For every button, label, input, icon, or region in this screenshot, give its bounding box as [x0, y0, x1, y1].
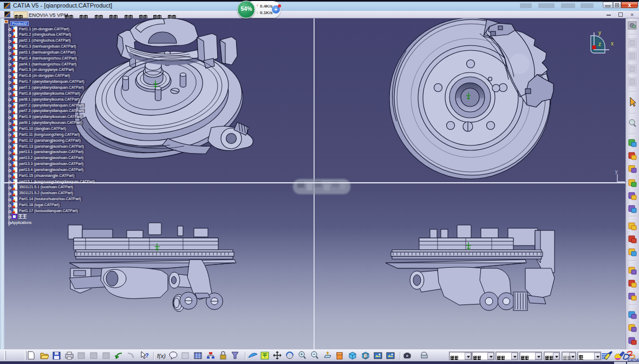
svg-text:z: z [598, 41, 601, 47]
svg-text:x: x [611, 41, 614, 47]
svg-text:1: 1 [365, 354, 367, 358]
svg-text:f(x): f(x) [157, 353, 166, 359]
svg-text:y: y [598, 30, 601, 36]
svg-text:?: ? [145, 352, 149, 359]
svg-text:y: y [615, 169, 618, 174]
